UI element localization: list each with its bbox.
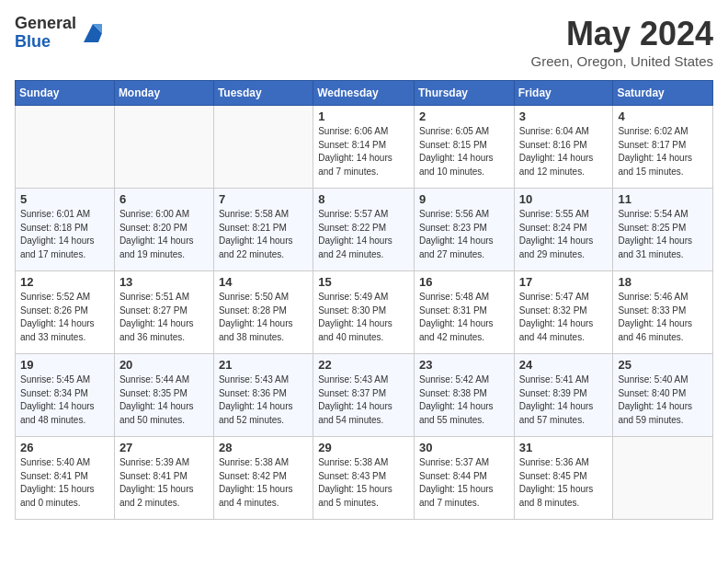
day-info: Sunrise: 5:58 AM Sunset: 8:21 PM Dayligh… — [219, 208, 308, 261]
day-info: Sunrise: 5:57 AM Sunset: 8:22 PM Dayligh… — [318, 208, 409, 261]
weekday-header-friday: Friday — [514, 81, 613, 106]
day-number: 8 — [318, 192, 409, 206]
calendar-cell: 24Sunrise: 5:41 AM Sunset: 8:39 PM Dayli… — [514, 354, 613, 437]
calendar-cell: 1Sunrise: 6:06 AM Sunset: 8:14 PM Daylig… — [313, 106, 415, 189]
day-info: Sunrise: 5:50 AM Sunset: 8:28 PM Dayligh… — [219, 291, 308, 344]
day-info: Sunrise: 6:02 AM Sunset: 8:17 PM Dayligh… — [618, 125, 708, 178]
day-number: 15 — [318, 275, 409, 289]
day-info: Sunrise: 5:38 AM Sunset: 8:43 PM Dayligh… — [318, 456, 409, 510]
calendar-cell — [16, 106, 115, 189]
logo-icon — [80, 20, 106, 46]
calendar-cell: 12Sunrise: 5:52 AM Sunset: 8:26 PM Dayli… — [16, 271, 115, 354]
weekday-header-row: SundayMondayTuesdayWednesdayThursdayFrid… — [16, 81, 713, 106]
calendar-cell — [213, 106, 313, 189]
calendar-cell: 27Sunrise: 5:39 AM Sunset: 8:41 PM Dayli… — [114, 437, 213, 520]
calendar-cell — [114, 106, 213, 189]
day-number: 14 — [219, 275, 308, 289]
calendar-cell: 25Sunrise: 5:40 AM Sunset: 8:40 PM Dayli… — [613, 354, 713, 437]
calendar-cell: 3Sunrise: 6:04 AM Sunset: 8:16 PM Daylig… — [514, 106, 613, 189]
day-info: Sunrise: 5:36 AM Sunset: 8:45 PM Dayligh… — [519, 456, 609, 510]
calendar-cell: 21Sunrise: 5:43 AM Sunset: 8:36 PM Dayli… — [213, 354, 313, 437]
day-number: 20 — [119, 358, 209, 372]
day-number: 7 — [219, 192, 308, 206]
day-info: Sunrise: 5:55 AM Sunset: 8:24 PM Dayligh… — [519, 208, 609, 261]
day-number: 28 — [219, 441, 308, 454]
day-info: Sunrise: 5:41 AM Sunset: 8:39 PM Dayligh… — [519, 373, 609, 427]
day-number: 31 — [519, 441, 609, 454]
day-number: 4 — [618, 109, 708, 123]
day-number: 26 — [20, 441, 109, 454]
day-info: Sunrise: 5:37 AM Sunset: 8:44 PM Dayligh… — [419, 456, 509, 510]
calendar-cell: 17Sunrise: 5:47 AM Sunset: 8:32 PM Dayli… — [514, 271, 613, 354]
day-info: Sunrise: 6:01 AM Sunset: 8:18 PM Dayligh… — [20, 208, 109, 261]
calendar-cell: 18Sunrise: 5:46 AM Sunset: 8:33 PM Dayli… — [613, 271, 713, 354]
weekday-header-saturday: Saturday — [613, 81, 713, 106]
day-info: Sunrise: 5:39 AM Sunset: 8:41 PM Dayligh… — [119, 456, 209, 510]
day-number: 9 — [419, 192, 509, 206]
day-info: Sunrise: 5:49 AM Sunset: 8:30 PM Dayligh… — [318, 291, 409, 344]
calendar-table: SundayMondayTuesdayWednesdayThursdayFrid… — [15, 80, 713, 520]
calendar-cell: 13Sunrise: 5:51 AM Sunset: 8:27 PM Dayli… — [114, 271, 213, 354]
day-number: 12 — [20, 275, 109, 289]
day-number: 13 — [119, 275, 209, 289]
day-number: 22 — [318, 358, 409, 372]
week-row-4: 19Sunrise: 5:45 AM Sunset: 8:34 PM Dayli… — [16, 354, 713, 437]
week-row-5: 26Sunrise: 5:40 AM Sunset: 8:41 PM Dayli… — [16, 437, 713, 520]
day-number: 2 — [419, 109, 509, 123]
day-info: Sunrise: 5:43 AM Sunset: 8:37 PM Dayligh… — [318, 373, 409, 427]
day-info: Sunrise: 5:46 AM Sunset: 8:33 PM Dayligh… — [618, 291, 708, 344]
calendar-cell: 29Sunrise: 5:38 AM Sunset: 8:43 PM Dayli… — [313, 437, 415, 520]
month-title: May 2024 — [531, 15, 713, 53]
weekday-header-tuesday: Tuesday — [213, 81, 313, 106]
calendar-cell: 28Sunrise: 5:38 AM Sunset: 8:42 PM Dayli… — [213, 437, 313, 520]
day-number: 23 — [419, 358, 509, 372]
calendar-cell: 14Sunrise: 5:50 AM Sunset: 8:28 PM Dayli… — [213, 271, 313, 354]
day-info: Sunrise: 5:48 AM Sunset: 8:31 PM Dayligh… — [419, 291, 509, 344]
calendar-cell: 11Sunrise: 5:54 AM Sunset: 8:25 PM Dayli… — [613, 189, 713, 271]
day-number: 11 — [618, 192, 708, 206]
calendar-cell: 10Sunrise: 5:55 AM Sunset: 8:24 PM Dayli… — [514, 189, 613, 271]
day-info: Sunrise: 6:06 AM Sunset: 8:14 PM Dayligh… — [318, 125, 409, 178]
day-info: Sunrise: 5:56 AM Sunset: 8:23 PM Dayligh… — [419, 208, 509, 261]
day-info: Sunrise: 6:00 AM Sunset: 8:20 PM Dayligh… — [119, 208, 209, 261]
day-info: Sunrise: 5:51 AM Sunset: 8:27 PM Dayligh… — [119, 291, 209, 344]
week-row-1: 1Sunrise: 6:06 AM Sunset: 8:14 PM Daylig… — [16, 106, 713, 189]
weekday-header-thursday: Thursday — [414, 81, 514, 106]
day-number: 3 — [519, 109, 609, 123]
logo: General Blue — [15, 15, 106, 52]
day-info: Sunrise: 6:04 AM Sunset: 8:16 PM Dayligh… — [519, 125, 609, 178]
day-info: Sunrise: 5:44 AM Sunset: 8:35 PM Dayligh… — [119, 373, 209, 427]
day-number: 30 — [419, 441, 509, 454]
calendar-cell: 23Sunrise: 5:42 AM Sunset: 8:38 PM Dayli… — [414, 354, 514, 437]
day-number: 6 — [119, 192, 209, 206]
weekday-header-sunday: Sunday — [16, 81, 115, 106]
calendar-cell — [613, 437, 713, 520]
logo-general-text: General — [15, 15, 76, 33]
day-number: 19 — [20, 358, 109, 372]
day-number: 16 — [419, 275, 509, 289]
day-number: 10 — [519, 192, 609, 206]
calendar-cell: 20Sunrise: 5:44 AM Sunset: 8:35 PM Dayli… — [114, 354, 213, 437]
day-info: Sunrise: 5:54 AM Sunset: 8:25 PM Dayligh… — [618, 208, 708, 261]
calendar-cell: 19Sunrise: 5:45 AM Sunset: 8:34 PM Dayli… — [16, 354, 115, 437]
day-info: Sunrise: 6:05 AM Sunset: 8:15 PM Dayligh… — [419, 125, 509, 178]
day-number: 25 — [618, 358, 708, 372]
title-block: May 2024 Green, Oregon, United States — [531, 15, 713, 69]
day-info: Sunrise: 5:47 AM Sunset: 8:32 PM Dayligh… — [519, 291, 609, 344]
day-number: 24 — [519, 358, 609, 372]
day-info: Sunrise: 5:42 AM Sunset: 8:38 PM Dayligh… — [419, 373, 509, 427]
calendar-cell: 2Sunrise: 6:05 AM Sunset: 8:15 PM Daylig… — [414, 106, 514, 189]
day-info: Sunrise: 5:40 AM Sunset: 8:41 PM Dayligh… — [20, 456, 109, 510]
calendar-cell: 9Sunrise: 5:56 AM Sunset: 8:23 PM Daylig… — [414, 189, 514, 271]
calendar-cell: 5Sunrise: 6:01 AM Sunset: 8:18 PM Daylig… — [16, 189, 115, 271]
calendar-cell: 31Sunrise: 5:36 AM Sunset: 8:45 PM Dayli… — [514, 437, 613, 520]
logo-blue-text: Blue — [15, 33, 76, 52]
day-info: Sunrise: 5:38 AM Sunset: 8:42 PM Dayligh… — [219, 456, 308, 510]
calendar-cell: 22Sunrise: 5:43 AM Sunset: 8:37 PM Dayli… — [313, 354, 415, 437]
day-info: Sunrise: 5:40 AM Sunset: 8:40 PM Dayligh… — [618, 373, 708, 427]
week-row-3: 12Sunrise: 5:52 AM Sunset: 8:26 PM Dayli… — [16, 271, 713, 354]
calendar-cell: 4Sunrise: 6:02 AM Sunset: 8:17 PM Daylig… — [613, 106, 713, 189]
week-row-2: 5Sunrise: 6:01 AM Sunset: 8:18 PM Daylig… — [16, 189, 713, 271]
day-number: 29 — [318, 441, 409, 454]
day-info: Sunrise: 5:43 AM Sunset: 8:36 PM Dayligh… — [219, 373, 308, 427]
